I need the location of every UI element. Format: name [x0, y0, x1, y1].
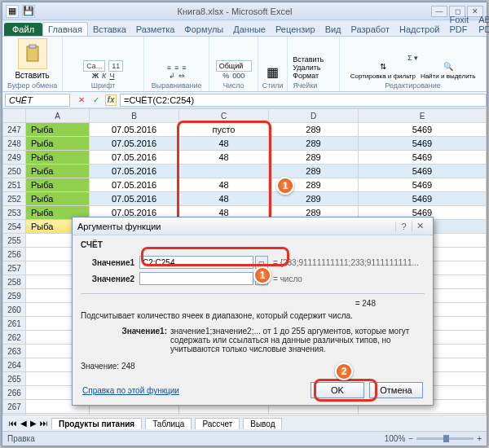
font-name-select[interactable]: Ca...	[83, 60, 105, 72]
cell[interactable]: пусто	[179, 123, 269, 137]
cell[interactable]: 5469	[359, 178, 487, 192]
cell[interactable]: 07.05.2016	[90, 178, 179, 192]
row-header[interactable]: 263	[3, 345, 26, 358]
file-tab[interactable]: Файл	[4, 23, 42, 36]
sheet-nav-next-icon[interactable]: ▶	[30, 419, 37, 428]
find-icon[interactable]: 🔍	[421, 62, 476, 71]
cell[interactable]: Рыба	[26, 178, 90, 192]
cell[interactable]: 07.05.2016	[90, 151, 179, 165]
wrap-icon[interactable]: ↲	[169, 72, 175, 80]
row-header[interactable]: 268	[3, 414, 26, 415]
tab-home[interactable]: Главная	[42, 22, 88, 36]
tab-abbyy[interactable]: ABBYY PDF	[474, 13, 489, 36]
underline-icon[interactable]: Ч	[109, 72, 114, 80]
cell[interactable]: 5469	[359, 137, 487, 151]
cell[interactable]: 07.05.2016	[90, 137, 179, 151]
cell[interactable]: Рыба	[26, 137, 90, 151]
ok-button[interactable]: OK	[311, 382, 364, 398]
row-header[interactable]: 252	[3, 192, 26, 206]
cell[interactable]: 48	[179, 137, 269, 151]
zoom-slider[interactable]	[416, 437, 474, 440]
fx-icon[interactable]: fx	[105, 94, 117, 106]
cell[interactable]: 289	[269, 151, 359, 165]
cell[interactable]: 289	[269, 123, 359, 137]
row-header[interactable]: 248	[3, 137, 26, 151]
dialog-help-link[interactable]: Справка по этой функции	[82, 386, 179, 395]
cell[interactable]	[179, 165, 269, 178]
tab-addins[interactable]: Надстрой	[394, 23, 444, 36]
cancel-button[interactable]: Отмена	[369, 382, 423, 398]
row-header[interactable]: 266	[3, 386, 26, 400]
cell[interactable]: Рыба	[26, 165, 90, 178]
sort-icon[interactable]: ⇅	[350, 62, 416, 71]
accept-formula-icon[interactable]: ✓	[90, 94, 102, 106]
row-header[interactable]: 249	[3, 151, 26, 165]
cells-delete[interactable]: Удалить	[293, 64, 320, 72]
row-header[interactable]: 267	[3, 400, 26, 414]
name-box[interactable]: СЧЁТ	[5, 94, 70, 107]
sheet-tab-active[interactable]: Продукты питания	[51, 418, 142, 429]
cell[interactable]: 48	[179, 178, 269, 192]
cell[interactable]: 07.05.2016	[90, 165, 179, 178]
row-header[interactable]: 256	[3, 248, 26, 261]
align-center-icon[interactable]: ≡	[174, 64, 178, 72]
cell[interactable]: Рыба	[26, 151, 90, 165]
row-header[interactable]: 265	[3, 372, 26, 386]
sheet-nav-last-icon[interactable]: ⏭	[40, 419, 48, 428]
cells-insert[interactable]: Вставить	[293, 55, 324, 64]
merge-icon[interactable]: ⇔	[178, 72, 185, 80]
row-header[interactable]: 251	[3, 178, 26, 192]
tab-dev[interactable]: Разработ	[346, 23, 394, 36]
paste-button[interactable]	[18, 38, 47, 69]
cell[interactable]: 5469	[359, 151, 487, 165]
styles-icon[interactable]: ▦	[267, 64, 279, 80]
col-header-b[interactable]: B	[90, 109, 179, 123]
formula-bar[interactable]: =СЧЁТ(C2:C254)	[120, 94, 487, 107]
cell[interactable]: 07.05.2016	[90, 192, 179, 206]
arg2-input[interactable]	[139, 272, 253, 285]
cell[interactable]: 5469	[359, 123, 487, 137]
col-header-e[interactable]: E	[359, 109, 487, 123]
sheet-tab-3[interactable]: Вывод	[243, 418, 282, 429]
cells-format[interactable]: Формат	[293, 72, 319, 80]
tab-insert[interactable]: Вставка	[88, 23, 131, 36]
cell[interactable]: 07.05.2016	[90, 123, 179, 137]
sheet-tab-2[interactable]: Рассчет	[195, 418, 240, 429]
tab-view[interactable]: Вид	[320, 23, 346, 36]
row-header[interactable]: 259	[3, 289, 26, 303]
row-header[interactable]: 261	[3, 317, 26, 331]
sum-icon[interactable]: Σ ▾	[408, 54, 418, 62]
dialog-help-icon[interactable]: ?	[395, 222, 412, 231]
col-header-d[interactable]: D	[269, 109, 359, 123]
align-right-icon[interactable]: ≡	[182, 64, 186, 72]
row-header[interactable]: 250	[3, 165, 26, 178]
cell[interactable]: Рыба	[26, 123, 90, 137]
cell[interactable]: 48	[179, 151, 269, 165]
percent-icon[interactable]: %	[222, 72, 229, 80]
row-header[interactable]: 254	[3, 220, 26, 234]
row-header[interactable]: 255	[3, 234, 26, 248]
cell[interactable]: 5469	[359, 192, 487, 206]
italic-icon[interactable]: К	[102, 72, 106, 80]
row-header[interactable]: 264	[3, 358, 26, 372]
zoom-in-icon[interactable]: +	[477, 434, 482, 443]
tab-foxit[interactable]: Foxit PDF	[444, 13, 474, 36]
sheet-tab-1[interactable]: Таблица	[145, 418, 192, 429]
cell[interactable]: Рыба	[26, 192, 90, 206]
row-header[interactable]: 253	[3, 206, 26, 220]
bold-icon[interactable]: Ж	[92, 72, 99, 80]
row-header[interactable]: 247	[3, 123, 26, 137]
cancel-formula-icon[interactable]: ✕	[76, 94, 87, 106]
col-header-a[interactable]: A	[26, 109, 90, 123]
sheet-nav-first-icon[interactable]: ⏮	[9, 419, 17, 428]
cell[interactable]: 5469	[359, 165, 487, 178]
save-icon[interactable]: 💾	[22, 5, 35, 18]
tab-data[interactable]: Данные	[228, 23, 271, 36]
row-header[interactable]: 262	[3, 331, 26, 345]
row-header[interactable]: 260	[3, 303, 26, 317]
tab-layout[interactable]: Разметка	[131, 23, 180, 36]
align-left-icon[interactable]: ≡	[167, 64, 171, 72]
tab-formulas[interactable]: Формулы	[179, 23, 228, 36]
font-size-select[interactable]: 11	[108, 60, 123, 72]
cell[interactable]: 289	[269, 137, 359, 151]
